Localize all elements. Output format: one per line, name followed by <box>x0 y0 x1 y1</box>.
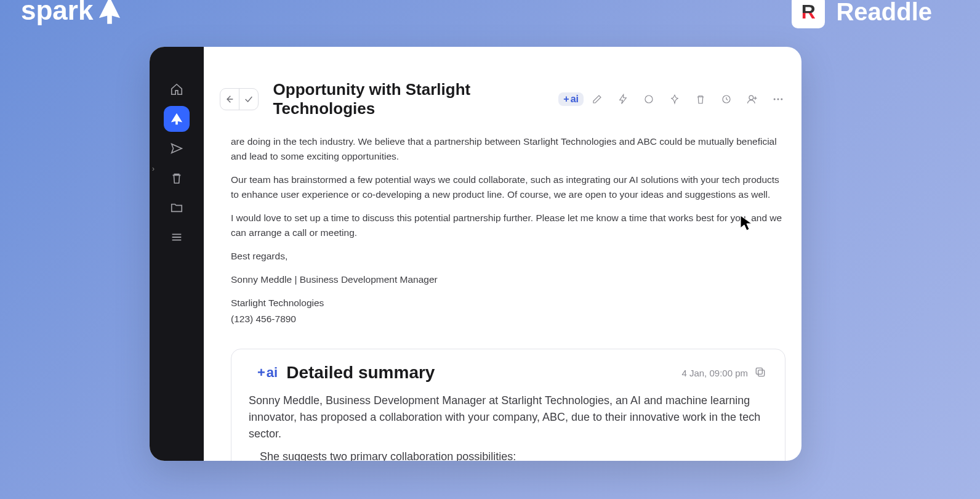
readdle-logo: R Readdle <box>792 0 932 28</box>
svg-point-5 <box>781 99 782 100</box>
spark-logo-text: spark <box>21 0 93 26</box>
toolbar <box>590 92 785 107</box>
send-icon <box>170 142 183 155</box>
more-button[interactable] <box>771 92 785 107</box>
summary-body: Sonny Meddle, Business Development Manag… <box>249 392 768 461</box>
nav-group <box>220 88 259 110</box>
more-icon <box>772 93 784 105</box>
ai-badge[interactable]: +ai <box>558 92 584 106</box>
bolt-icon <box>617 94 629 105</box>
compose-reply-button[interactable] <box>590 92 604 107</box>
clock-icon <box>721 94 732 105</box>
summary-meta: 4 Jan, 09:00 pm <box>681 366 768 379</box>
sidebar-item-inbox[interactable] <box>164 106 190 132</box>
share-add-button[interactable] <box>745 92 760 107</box>
summary-badge-text: ai <box>267 365 278 381</box>
summary-badge-plus: + <box>257 365 265 381</box>
ai-badge-text: ai <box>571 94 579 105</box>
summary-timestamp: 4 Jan, 09:00 pm <box>681 368 748 378</box>
spark-logo: spark <box>21 0 121 26</box>
folder-icon <box>170 201 183 214</box>
svg-point-3 <box>774 99 776 100</box>
svg-rect-6 <box>758 370 765 376</box>
email-paragraph: I would love to set up a time to discuss… <box>231 211 785 240</box>
summary-header: +ai Detailed summary 4 Jan, 09:00 pm <box>249 363 768 383</box>
circle-button[interactable] <box>641 92 656 107</box>
email-body: are doing in the tech industry. We belie… <box>204 123 801 335</box>
home-icon <box>170 83 183 96</box>
app-window: › Oppor <box>150 47 801 461</box>
check-icon <box>244 94 254 104</box>
nav-back-button[interactable] <box>220 89 239 110</box>
sidebar-item-folders[interactable] <box>164 195 190 221</box>
sidebar-item-trash[interactable] <box>164 165 190 191</box>
ai-badge-plus: + <box>563 94 569 105</box>
svg-point-2 <box>749 95 753 100</box>
pin-button[interactable] <box>667 92 682 107</box>
copy-summary-button[interactable] <box>754 366 768 379</box>
spark-arrow-icon <box>98 0 121 25</box>
snooze-button[interactable] <box>719 92 734 107</box>
sidebar: › <box>150 47 204 461</box>
sidebar-item-send[interactable] <box>164 136 190 161</box>
delete-button[interactable] <box>693 92 708 107</box>
email-paragraph: Our team has brainstormed a few potentia… <box>231 172 785 202</box>
circle-icon <box>643 94 654 105</box>
email-subject: Opportunity with Starlight Technologies <box>273 80 544 118</box>
svg-rect-7 <box>756 368 762 374</box>
summary-title: Detailed summary <box>286 363 435 383</box>
arrow-left-icon <box>225 94 235 104</box>
email-header: Opportunity with Starlight Technologies … <box>204 47 801 123</box>
summary-paragraph: Sonny Meddle, Business Development Manag… <box>249 392 768 442</box>
email-signature-phone: (123) 456-7890 <box>231 312 785 327</box>
email-paragraph: are doing in the tech industry. We belie… <box>231 134 785 164</box>
email-signature-name: Sonny Meddle | Business Development Mana… <box>231 272 785 287</box>
svg-point-4 <box>777 99 779 100</box>
summary-ai-badge: +ai <box>257 365 278 381</box>
email-signoff: Best regards, <box>231 249 785 264</box>
menu-icon <box>170 230 183 244</box>
copy-icon <box>754 366 766 378</box>
flash-button[interactable] <box>616 92 630 107</box>
email-signature-company: Starlight Technologies <box>231 296 785 310</box>
readdle-badge-icon: R <box>792 0 825 28</box>
pin-icon <box>669 94 680 105</box>
sidebar-item-home[interactable] <box>164 76 190 102</box>
pencil-reply-icon <box>592 94 603 105</box>
content-pane: Opportunity with Starlight Technologies … <box>204 47 801 461</box>
trash-icon <box>695 94 706 105</box>
nav-check-button[interactable] <box>239 89 257 110</box>
trash-icon <box>170 171 183 185</box>
sidebar-item-menu[interactable] <box>164 224 190 250</box>
inbox-arrow-icon <box>170 112 183 126</box>
sidebar-expand-icon[interactable]: › <box>150 163 157 175</box>
svg-point-0 <box>645 95 653 103</box>
summary-paragraph: She suggests two primary collaboration p… <box>249 448 768 461</box>
person-add-icon <box>746 93 758 105</box>
readdle-logo-text: Readdle <box>836 0 932 26</box>
summary-card: +ai Detailed summary 4 Jan, 09:00 pm Son… <box>231 349 785 461</box>
